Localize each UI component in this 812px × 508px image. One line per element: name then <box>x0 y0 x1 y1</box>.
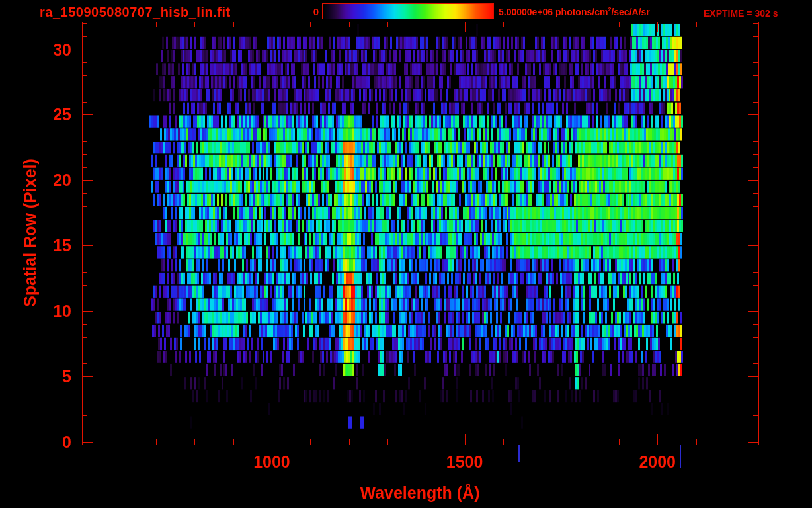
colorbar-max-label: 5.00000e+06 photons/cm2/sec/A/sr <box>499 6 650 17</box>
y-tick-label: 20 <box>26 170 71 190</box>
colorbar <box>322 3 494 19</box>
y-tick-label: 15 <box>26 235 71 255</box>
y-tick-label: 30 <box>26 40 71 60</box>
colorbar-gradient <box>323 4 493 19</box>
y-tick-label: 10 <box>26 301 71 321</box>
filename-title: ra_150905080707_hisb_lin.fit <box>40 5 231 20</box>
x-axis-label: Wavelength (Å) <box>255 484 585 503</box>
colorbar-min-label: 0 <box>291 6 319 17</box>
exptime-label: EXPTIME = 302 s <box>704 8 778 19</box>
y-tick-label: 5 <box>26 366 71 386</box>
y-tick-label: 25 <box>26 105 71 124</box>
x-tick-label: 1000 <box>242 452 302 472</box>
x-tick-label: 1500 <box>435 452 495 472</box>
y-axis-label: Spatial Row (Pixel) <box>20 101 40 365</box>
y-tick-label: 0 <box>26 432 71 452</box>
idl-spectral-display-window: ra_150905080707_hisb_lin.fit 0 5.00000e+… <box>0 0 812 508</box>
spectral-image-canvas <box>0 0 812 508</box>
colorbar-max-prefix: 5.00000e+06 photons/cm <box>499 7 608 17</box>
colorbar-max-suffix: /sec/A/sr <box>611 7 649 17</box>
x-tick-label: 2000 <box>628 452 687 472</box>
